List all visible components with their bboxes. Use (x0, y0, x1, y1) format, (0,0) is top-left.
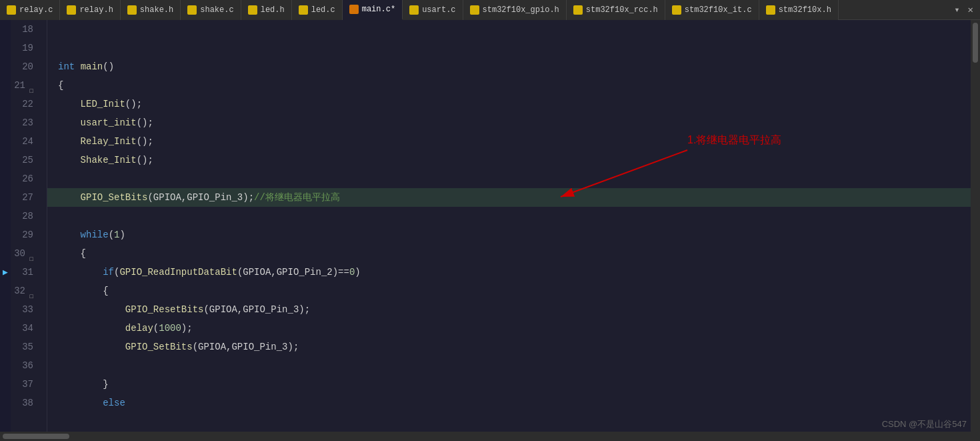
line-num-31: 31 (11, 263, 39, 282)
tab-label-relay-c: relay.c (19, 5, 53, 15)
tab-led-h[interactable]: led.h (241, 0, 292, 20)
line-num-35: 35 (11, 338, 39, 356)
code-line-24: Relay_Init(); (47, 132, 971, 151)
fn-gpio-setbits-27: GPIO_SetBits (81, 188, 148, 207)
line-num-29: 29 (11, 226, 39, 244)
tab-icon-rcc-h (573, 5, 583, 15)
code-line-31: if(GPIO_ReadInputDataBit(GPIOA,GPIO_Pin_… (47, 263, 971, 282)
fn-relay-init: Relay_Init (81, 132, 137, 151)
code-line-32: { (47, 282, 971, 300)
line-num-20: 20 (11, 57, 39, 76)
tab-overflow-btn[interactable]: ▾ (951, 3, 962, 17)
tab-label-led-c: led.c (311, 5, 335, 15)
line-num-36: 36 (11, 356, 39, 375)
code-line-30: { (47, 244, 971, 263)
fn-main: main (81, 57, 103, 76)
code-line-21: { (47, 76, 971, 95)
line-num-27: 27 (11, 188, 39, 207)
code-line-29: while(1) (47, 226, 971, 244)
tab-gpio-h[interactable]: stm32f10x_gpio.h (463, 0, 567, 20)
comment-27: //将继电器电平拉高 (254, 188, 340, 207)
keyword-else: else (103, 394, 125, 412)
line-num-28: 28 (11, 207, 39, 226)
fn-gpio-resetbits: GPIO_ResetBits (125, 300, 204, 319)
fold-icon-32[interactable]: □ (27, 288, 33, 294)
tab-icon-led-h (248, 5, 257, 15)
num-1000: 1000 (159, 319, 181, 338)
num-0: 0 (349, 263, 355, 282)
horizontal-scrollbar[interactable] (0, 432, 980, 441)
debug-arrow-indicator: ▶ (0, 263, 11, 282)
line-num-25: 25 (11, 151, 39, 169)
line-num-23: 23 (11, 113, 39, 132)
fn-gpio-read: GPIO_ReadInputDataBit (119, 263, 237, 282)
line-num-30: 30□ (11, 244, 39, 263)
tab-label-relay-h: relay.h (79, 5, 113, 15)
tab-led-c[interactable]: led.c (292, 0, 343, 20)
scrollbar-thumb-y[interactable] (973, 23, 978, 63)
tab-shake-h[interactable]: shake.h (121, 0, 181, 20)
fold-icon-21[interactable]: □ (27, 82, 33, 89)
code-line-36 (47, 356, 971, 375)
tab-it-c[interactable]: stm32f10x_it.c (665, 0, 759, 20)
vertical-scrollbar[interactable] (971, 20, 980, 432)
tab-label-rcc-h: stm32f10x_rcc.h (586, 5, 658, 15)
tab-label-it-c: stm32f10x_it.c (685, 5, 752, 15)
tab-relay-h[interactable]: relay.h (60, 0, 120, 20)
tab-bar-controls: ▾ ✕ (951, 3, 980, 17)
left-indicator-strip: ▶ (0, 20, 11, 432)
code-line-38: else (47, 394, 971, 412)
tab-close-btn[interactable]: ✕ (965, 3, 976, 17)
tab-icon-main-c (349, 5, 359, 14)
tab-shake-c[interactable]: shake.c (181, 0, 241, 20)
fn-delay: delay (125, 319, 153, 338)
code-line-33: GPIO_ResetBits(GPIOA,GPIO_Pin_3); (47, 300, 971, 319)
tab-icon-stm32-h (766, 5, 775, 15)
tab-label-shake-h: shake.h (140, 5, 173, 15)
tab-usart-c[interactable]: usart.c (403, 0, 463, 20)
tab-label-main-c: main.c* (362, 5, 395, 14)
tab-relay-c[interactable]: relay.c (0, 0, 60, 20)
tab-icon-led-c (299, 5, 308, 15)
line-num-33: 33 (11, 300, 39, 319)
scrollbar-thumb-x[interactable] (3, 434, 69, 439)
fold-icon-30[interactable]: □ (27, 250, 33, 257)
code-line-19 (47, 39, 971, 57)
tab-icon-it-c (672, 5, 681, 15)
keyword-if: if (103, 263, 114, 282)
tab-label-gpio-h: stm32f10x_gpio.h (483, 5, 559, 15)
line-num-19: 19 (11, 39, 39, 57)
tab-icon-relay-h (67, 5, 76, 15)
code-line-28 (47, 207, 971, 226)
tab-icon-shake-c (187, 5, 197, 15)
tab-bar: relay.c relay.h shake.h shake.c led.h le… (0, 0, 980, 20)
line-num-21: 21□ (11, 76, 39, 95)
line-num-18: 18 (11, 20, 39, 39)
tab-label-stm32-h: stm32f10x.h (779, 5, 831, 15)
tab-main-c[interactable]: main.c* (343, 0, 403, 20)
code-line-18 (47, 20, 971, 39)
fn-gpio-setbits-35: GPIO_SetBits (125, 338, 193, 356)
tab-label-usart-c: usart.c (422, 5, 455, 15)
editor-container: ▶ 18 19 20 21□ 22 23 24 25 26 27 28 29 3… (0, 20, 980, 432)
line-num-32: 32□ (11, 282, 39, 300)
tab-icon-relay-c (7, 5, 16, 15)
line-num-26: 26 (11, 169, 39, 188)
code-line-22: LED_Init(); (47, 95, 971, 113)
code-area[interactable]: int main() { LED_Init(); usart_init(); R… (47, 20, 971, 432)
tab-icon-shake-h (127, 5, 137, 15)
keyword-int: int (58, 57, 75, 76)
tab-icon-usart-c (409, 5, 419, 15)
fn-shake-init: Shake_Init (81, 151, 137, 169)
line-num-37: 37 (11, 375, 39, 394)
code-line-20: int main() (47, 57, 971, 76)
tab-stm32-h[interactable]: stm32f10x.h (759, 0, 839, 20)
fn-usart-init: usart_init (81, 113, 137, 132)
code-line-26 (47, 169, 971, 188)
code-lines: int main() { LED_Init(); usart_init(); R… (47, 20, 971, 412)
tab-rcc-h[interactable]: stm32f10x_rcc.h (567, 0, 665, 20)
code-line-35: GPIO_SetBits(GPIOA,GPIO_Pin_3); (47, 338, 971, 356)
tab-label-led-h: led.h (261, 5, 285, 15)
num-1: 1 (114, 226, 119, 244)
tab-label-shake-c: shake.c (200, 5, 233, 15)
